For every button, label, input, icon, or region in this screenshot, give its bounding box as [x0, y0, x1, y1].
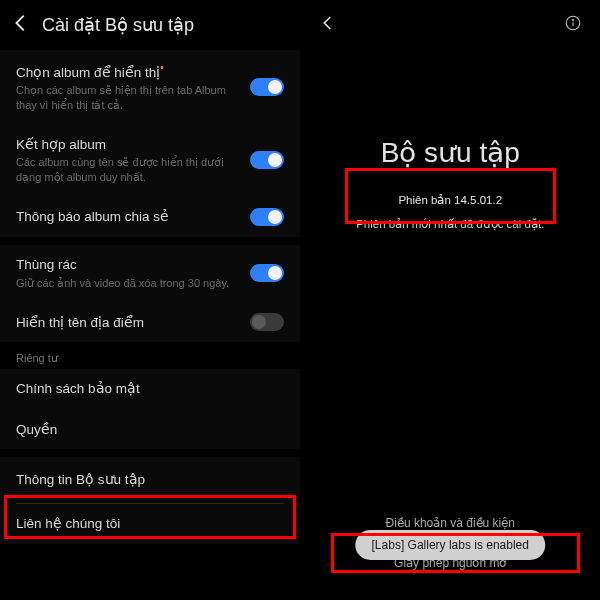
- header: Cài đặt Bộ sưu tập: [0, 0, 300, 50]
- row-trash[interactable]: Thùng rác Giữ các ảnh và video đã xóa tr…: [0, 245, 300, 301]
- row-title: Thông tin Bộ sưu tập: [16, 471, 145, 489]
- row-location-name[interactable]: Hiển thị tên địa điểm: [0, 301, 300, 342]
- toggle-trash[interactable]: [250, 264, 284, 282]
- toggle-merge-album[interactable]: [250, 151, 284, 169]
- row-title: Kết hợp album: [16, 136, 250, 154]
- toggle-shared-notif[interactable]: [250, 208, 284, 226]
- row-title: Hiển thị tên địa điểm: [16, 314, 250, 332]
- about-latest: Phiên bản mới nhất đã được cài đặt.: [325, 217, 577, 231]
- row-permissions[interactable]: Quyền: [0, 409, 300, 450]
- page-title: Cài đặt Bộ sưu tập: [42, 14, 194, 36]
- row-merge-album[interactable]: Kết hợp album Các album cùng tên sẽ được…: [0, 124, 300, 196]
- about-version-box: Phiên bản 14.5.01.2 Phiên bản mới nhất đ…: [319, 183, 583, 245]
- screenshot-pair: Cài đặt Bộ sưu tập Chọn album để hiển th…: [0, 0, 600, 600]
- svg-point-2: [573, 20, 574, 21]
- about-app-name: Bộ sưu tập: [301, 136, 601, 169]
- row-subtitle: Giữ các ảnh và video đã xóa trong 30 ngà…: [16, 276, 250, 291]
- section-label-privacy: Riêng tư: [0, 342, 300, 369]
- row-subtitle: Các album cùng tên sẽ được hiển thị dưới…: [16, 155, 250, 185]
- info-icon[interactable]: [564, 14, 582, 36]
- row-title: Thùng rác: [16, 256, 250, 274]
- settings-pane: Cài đặt Bộ sưu tập Chọn album để hiển th…: [0, 0, 301, 600]
- row-subtitle: Chọn các album sẽ hiện thị trên tab Albu…: [16, 83, 250, 113]
- about-version: Phiên bản 14.5.01.2: [325, 193, 577, 207]
- back-icon[interactable]: [10, 12, 32, 38]
- row-title: Chọn album để hiển thị•: [16, 61, 250, 81]
- row-shared-notif[interactable]: Thông báo album chia sẻ: [0, 196, 300, 237]
- row-title: Thông báo album chia sẻ: [16, 208, 250, 226]
- toggle-choose-album[interactable]: [250, 78, 284, 96]
- back-icon[interactable]: [319, 14, 337, 36]
- row-title: Liên hệ chúng tôi: [16, 515, 120, 533]
- row-contact-us[interactable]: Liên hệ chúng tôi: [0, 504, 300, 544]
- header: [301, 0, 601, 46]
- row-title: Chính sách bảo mật: [16, 380, 140, 398]
- toast-labs-enabled: [Labs] Gallery labs is enabled: [356, 530, 545, 560]
- row-title: Quyền: [16, 421, 57, 439]
- row-about-gallery[interactable]: Thông tin Bộ sưu tập: [0, 457, 300, 503]
- row-choose-album[interactable]: Chọn album để hiển thị• Chọn các album s…: [0, 50, 300, 124]
- about-pane: Bộ sưu tập Phiên bản 14.5.01.2 Phiên bản…: [301, 0, 601, 600]
- row-privacy-policy[interactable]: Chính sách bảo mật: [0, 369, 300, 409]
- toggle-location-name[interactable]: [250, 313, 284, 331]
